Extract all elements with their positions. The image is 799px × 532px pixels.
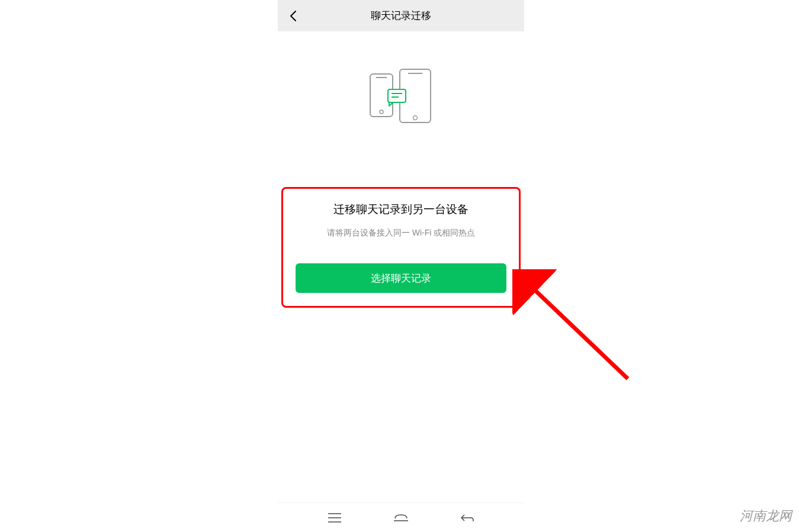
home-icon: [394, 512, 408, 523]
svg-line-13: [524, 280, 628, 379]
back-icon: [460, 512, 474, 523]
svg-point-2: [380, 110, 383, 114]
page-title: 聊天记录迁移: [278, 9, 524, 22]
transfer-illustration: [365, 67, 437, 126]
nav-back-button[interactable]: [460, 510, 475, 525]
select-chat-button[interactable]: 选择聊天记录: [296, 263, 506, 293]
menu-icon: [328, 513, 341, 523]
section-description: 请将两台设备接入同一 Wi-Fi 或相同热点: [290, 228, 512, 238]
app-header: 聊天记录迁移: [278, 0, 524, 31]
nav-home-button[interactable]: [393, 510, 409, 525]
section-title: 迁移聊天记录到另一台设备: [290, 202, 512, 217]
back-button[interactable]: [286, 9, 300, 23]
arrow-annotation: [512, 269, 637, 388]
chevron-left-icon: [290, 10, 297, 22]
highlight-annotation: 迁移聊天记录到另一台设备 请将两台设备接入同一 Wi-Fi 或相同热点 选择聊天…: [281, 187, 521, 308]
system-nav-bar: [278, 502, 524, 532]
phone-frame: 聊天记录迁移 迁移聊天记录到另一台设备 请将两台设备接入同一 Wi-: [278, 0, 524, 532]
watermark: 河南龙网: [740, 507, 792, 525]
svg-point-5: [413, 116, 418, 120]
content-area: 迁移聊天记录到另一台设备 请将两台设备接入同一 Wi-Fi 或相同热点 选择聊天…: [278, 31, 524, 502]
svg-rect-6: [388, 89, 406, 102]
nav-menu-button[interactable]: [327, 510, 342, 525]
